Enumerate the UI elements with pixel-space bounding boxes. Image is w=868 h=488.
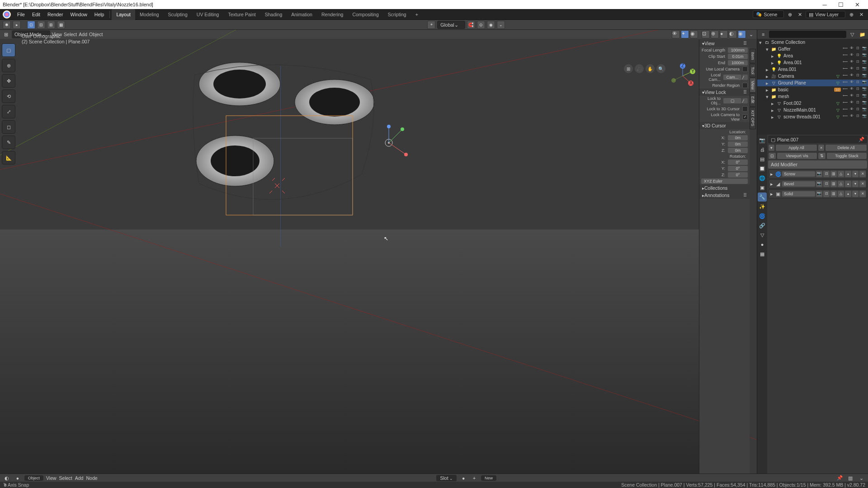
mod-editmode-icon[interactable]: ▥	[830, 181, 837, 187]
exclude-icon[interactable]: ⟵	[842, 114, 848, 120]
npanel-viewlock-header[interactable]: ▾ View Lock⠿	[699, 89, 750, 96]
chevron-icon[interactable]: ▸	[770, 53, 775, 59]
exclude-icon[interactable]: ⟵	[842, 60, 848, 66]
layer-new-button[interactable]: ⊕	[847, 10, 855, 19]
shade-wire-icon[interactable]: ⊕	[711, 30, 719, 38]
node-editor-type-icon[interactable]: ◐	[3, 474, 11, 482]
exclude-icon[interactable]: ⟵	[842, 46, 848, 52]
ptab-texture-icon[interactable]: ▦	[758, 249, 767, 258]
node-pin-icon[interactable]: 📌	[835, 474, 844, 482]
mod-realtime-icon[interactable]: ⊡	[823, 171, 830, 177]
ptab-render-icon[interactable]: 📷	[758, 136, 767, 145]
modifier-name-field[interactable]: Bevel	[782, 181, 815, 187]
chevron-icon[interactable]: ▸	[770, 101, 775, 106]
mod-render-icon[interactable]: 📷	[816, 191, 822, 197]
disable-viewport-icon[interactable]: ⊡	[855, 87, 861, 93]
disable-render-icon[interactable]: 📷	[861, 46, 867, 52]
ptab-object-icon[interactable]: ▣	[758, 183, 767, 192]
ptab-material-icon[interactable]: ●	[758, 240, 767, 249]
workspace-shading[interactable]: Shading	[260, 9, 287, 20]
mod-delete-icon[interactable]: ✕	[859, 191, 866, 197]
shade-solid-icon[interactable]: ●	[720, 30, 728, 38]
ptab-viewlayer-icon[interactable]: ▤	[758, 155, 767, 164]
disable-render-icon[interactable]: 📷	[861, 73, 867, 79]
mod-editmode-icon[interactable]: ▥	[830, 171, 837, 177]
lock-obj-eyedrop[interactable]: ⁄	[742, 98, 748, 103]
hide-icon[interactable]: 👁	[849, 60, 854, 66]
outliner-root[interactable]: ▾🗀Scene Collection	[757, 39, 868, 46]
sort-icon[interactable]: ⇅	[818, 152, 826, 160]
chevron-icon[interactable]: ▸	[769, 181, 774, 187]
outliner-type-icon[interactable]: ≡	[759, 30, 767, 38]
vmenu-object[interactable]: Object	[89, 32, 103, 37]
mod-up-icon[interactable]: ▴	[845, 181, 851, 187]
modifier-name-field[interactable]: Solid	[782, 191, 815, 197]
menu-edit[interactable]: Edit	[28, 9, 44, 20]
tool-scale-icon[interactable]: ⤢	[2, 105, 15, 118]
menu-file[interactable]: File	[14, 9, 28, 20]
cursor-ry-field[interactable]: 0°	[728, 166, 748, 171]
disable-render-icon[interactable]: 📷	[861, 66, 867, 72]
workspace-animation[interactable]: Animation	[287, 9, 317, 20]
minimize-button[interactable]: ─	[816, 1, 833, 8]
viewlayer-selector[interactable]: ▤View Layer	[806, 11, 845, 18]
slot-select[interactable]: Slot ⌄	[436, 475, 457, 481]
chevron-icon[interactable]: ▸	[770, 108, 775, 113]
chevron-icon[interactable]: ▸	[765, 67, 769, 72]
mod-realtime-icon[interactable]: ⊡	[823, 191, 830, 197]
npanel-ann-header[interactable]: ▸ Annotations⠿	[699, 192, 750, 199]
prop-falloff-icon[interactable]: ⌄	[497, 21, 505, 29]
disable-viewport-icon[interactable]: ⊡	[855, 94, 861, 99]
hide-icon[interactable]: 👁	[849, 53, 854, 59]
outliner-item[interactable]: ▾📁mesh⟵👁⊡📷	[757, 93, 868, 100]
outliner-item[interactable]: ▸💡Area.001⟵👁⊡📷	[757, 59, 868, 66]
hide-icon[interactable]: 👁	[849, 114, 854, 120]
chevron-icon[interactable]: ▸	[769, 191, 774, 197]
menu-window[interactable]: Window	[66, 9, 90, 20]
focal-length-field[interactable]: 100mm	[728, 47, 748, 53]
lock-obj-field[interactable]: ▢	[723, 98, 741, 103]
add-modifier-select[interactable]: Add Modifier	[768, 160, 867, 169]
cursor-pivot-icon[interactable]: ✱	[3, 21, 11, 29]
cursor-x-field[interactable]: 0m	[728, 135, 748, 141]
eyedropper-icon[interactable]: ⁄	[742, 75, 748, 80]
chevron-icon[interactable]: ▾	[765, 47, 769, 52]
lock-cam-check[interactable]	[742, 114, 748, 120]
outliner-filter-icon[interactable]: ▽	[848, 30, 856, 38]
npanel-view-header[interactable]: ▾ View⠿	[699, 40, 750, 47]
prop-edit-icon[interactable]: ◉	[487, 21, 495, 29]
node-menu-view[interactable]: View	[46, 475, 57, 481]
workspace-compositing[interactable]: Compositing	[348, 9, 383, 20]
disable-render-icon[interactable]: 📷	[861, 80, 867, 86]
mod-cage-icon[interactable]: △	[838, 191, 844, 197]
gizmo-toggle-icon[interactable]: ✦	[681, 30, 689, 38]
cursor-y-field[interactable]: 0m	[728, 141, 748, 147]
disable-render-icon[interactable]: 📷	[861, 53, 867, 59]
workspace-scripting[interactable]: Scripting	[383, 9, 411, 20]
nav-camera-icon[interactable]: 🎥	[635, 64, 644, 73]
outliner-item[interactable]: ▸🎥Camera▽⟵👁⊡📷	[757, 73, 868, 80]
ntab-tool[interactable]: Tool	[750, 64, 756, 78]
tool-annotate-icon[interactable]: ✎	[2, 136, 15, 149]
disable-viewport-icon[interactable]: ⊡	[855, 80, 861, 86]
mod-realtime-icon[interactable]: ⊡	[823, 181, 830, 187]
ntab-kitops[interactable]: KIT OPS	[750, 107, 756, 129]
workspace-modeling[interactable]: Modeling	[135, 9, 164, 20]
mod-down-icon[interactable]: ▾	[852, 191, 859, 197]
shade-rendered-icon[interactable]: ◉	[738, 30, 746, 38]
node-menu-node[interactable]: Node	[86, 475, 97, 481]
material-new-button[interactable]: New	[481, 475, 496, 481]
rot-mode-select[interactable]: XYZ Euler	[701, 178, 748, 184]
chevron-icon[interactable]: ▸	[765, 74, 769, 79]
exclude-icon[interactable]: ⟵	[842, 66, 848, 72]
snap-grid-icon[interactable]: ▦	[57, 21, 65, 29]
disable-viewport-icon[interactable]: ⊡	[855, 60, 861, 66]
ptab-particle-icon[interactable]: ✨	[758, 202, 767, 211]
workspace-uv[interactable]: UV Editing	[192, 9, 224, 20]
ptab-physics-icon[interactable]: 🌀	[758, 211, 767, 221]
viewport-vis-button[interactable]: Viewport Vis	[777, 152, 817, 160]
ntab-item[interactable]: Item	[750, 49, 756, 63]
hide-icon[interactable]: 👁	[849, 87, 854, 93]
overlay-toggle-icon[interactable]: ◉	[690, 30, 698, 38]
chevron-icon[interactable]: ▸	[769, 171, 774, 177]
